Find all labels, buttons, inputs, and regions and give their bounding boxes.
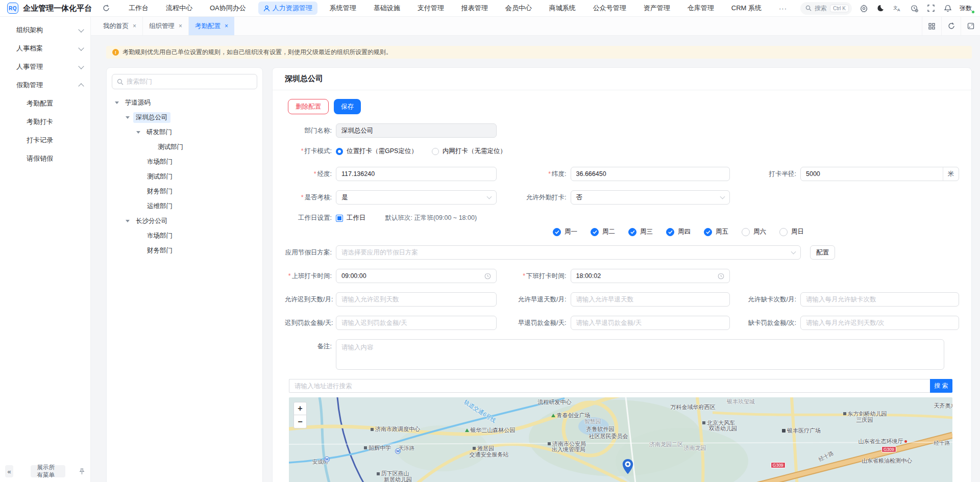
maximize-content-icon[interactable] [961,17,980,35]
global-search[interactable]: 搜索 Ctrl K [800,2,852,15]
field-punch-select[interactable]: 否 [571,190,730,205]
department-search-input[interactable] [127,78,252,85]
punch-mode-gps-radio[interactable]: 位置打卡（需GPS定位） [336,147,418,156]
tab-我的首页[interactable]: 我的首页× [97,17,143,35]
tree-node-市场部门[interactable]: 市场部门 [112,155,257,169]
map-zoom-out-button[interactable]: − [293,415,307,428]
latitude-input[interactable] [576,170,724,177]
translate-icon[interactable]: 文A [892,3,902,13]
tree-node-测试部门[interactable]: 测试部门 [112,169,257,184]
clock-globe-icon[interactable] [909,3,919,13]
nav-item-系统管理[interactable]: 系统管理 [325,2,361,15]
remark-textarea[interactable] [336,339,944,370]
late-days-input[interactable] [341,296,491,303]
nav-more-button[interactable]: ··· [774,3,792,14]
close-tab-icon[interactable]: × [179,22,182,30]
sidebar-item-假勤管理[interactable]: 假勤管理 [0,76,90,94]
holiday-plan-select[interactable]: 请选择要应用的节假日方案 [336,245,801,260]
sidebar-subitem-考勤打卡[interactable]: 考勤打卡 [0,113,90,131]
reload-page-icon[interactable] [941,17,961,35]
address-search-button[interactable]: 搜 索 [930,379,952,393]
fullscreen-icon[interactable] [926,3,936,13]
grid-view-icon[interactable] [922,17,941,35]
sidebar-subitem-考勤配置[interactable]: 考勤配置 [0,94,90,113]
nav-item-商城系统[interactable]: 商城系统 [544,2,581,15]
refresh-icon[interactable] [101,3,111,13]
nav-item-报表管理[interactable]: 报表管理 [456,2,493,15]
sidebar-item-人事管理[interactable]: 人事管理 [0,58,90,76]
settings-icon[interactable] [859,3,869,13]
close-tab-icon[interactable]: × [133,22,136,30]
nav-item-CRM 系统[interactable]: CRM 系统 [726,2,767,15]
tab-组织管理[interactable]: 组织管理× [143,17,189,35]
longitude-input[interactable] [341,170,491,177]
nav-item-label: 工作台 [129,4,149,13]
sidebar-subitem-打卡记录[interactable]: 打卡记录 [0,131,90,149]
tree-node-测试部门[interactable]: 测试部门 [112,140,257,155]
tree-node-市场部门[interactable]: 市场部门 [112,229,257,243]
tree-node-深圳总公司[interactable]: 深圳总公司 [112,110,257,125]
map-zoom-in-button[interactable]: + [293,402,307,415]
nav-item-资产管理[interactable]: 资产管理 [639,2,675,15]
miss-fine-input[interactable] [806,319,953,326]
holiday-config-button[interactable]: 配置 [810,245,835,260]
expand-arrow-icon[interactable] [126,220,130,222]
nav-item-工作台[interactable]: 工作台 [124,2,154,15]
user-avatar[interactable]: 张数 [960,4,973,13]
late-fine-input[interactable] [341,319,491,326]
poi-icon [702,421,705,424]
show-all-menus-button[interactable]: 展示所有菜单 [31,465,65,477]
sidebar-item-组织架构[interactable]: 组织架构 [0,21,90,39]
expand-arrow-icon[interactable] [136,131,140,134]
sidebar-subitem-请假销假[interactable]: 请假销假 [0,149,90,168]
expand-arrow-icon[interactable] [126,116,130,119]
tree-node-财务部门[interactable]: 财务部门 [112,184,257,199]
nav-item-流程中心[interactable]: 流程中心 [161,2,198,15]
weekday-checkbox-周五[interactable]: 周五 [704,227,728,236]
pin-icon[interactable] [79,468,85,475]
save-button[interactable]: 保存 [334,99,361,114]
punch-mode-intranet-radio[interactable]: 内网打卡（无需定位） [432,147,506,156]
tree-node-运维部门[interactable]: 运维部门 [112,199,257,214]
workday-checkbox[interactable]: 工作日 [336,214,366,222]
nav-item-人力资源管理[interactable]: 人力资源管理 [258,2,317,15]
weekday-checkbox-周三[interactable]: 周三 [628,227,653,236]
weekday-checkbox-周四[interactable]: 周四 [666,227,691,236]
punch-in-input[interactable] [341,272,481,280]
assess-select[interactable]: 是 [336,190,497,205]
collapse-sidebar-button[interactable]: « [5,465,13,477]
nav-item-公众号管理[interactable]: 公众号管理 [588,2,631,15]
app-logo[interactable]: RQ [7,3,18,14]
close-tab-icon[interactable]: × [225,22,228,30]
tree-node-财务部门[interactable]: 财务部门 [112,243,257,258]
sidebar-item-人事档案[interactable]: 人事档案 [0,39,90,58]
punch-out-input[interactable] [576,272,715,280]
punch-out-time-picker[interactable] [571,269,730,283]
radius-input[interactable] [806,170,943,177]
expand-arrow-icon[interactable] [115,102,119,104]
early-fine-input[interactable] [576,319,724,326]
nav-item-OA协同办公[interactable]: OA协同办公 [205,2,251,15]
nav-item-仓库管理[interactable]: 仓库管理 [682,2,719,15]
tree-node-研发部门[interactable]: 研发部门 [112,125,257,140]
dark-mode-icon[interactable] [875,3,886,13]
nav-item-支付管理[interactable]: 支付管理 [412,2,449,15]
miss-times-input[interactable] [806,296,953,303]
weekday-checkbox-周日[interactable]: 周日 [779,227,804,236]
map-label: 三庆园 [856,416,873,424]
notifications-bell-icon[interactable] [943,3,953,13]
department-search[interactable] [112,74,257,89]
map[interactable]: + − 流程研发中心银丰玖玺城万科金域华府西区天齐奥东东方剑桥幼儿园三庆园北京大… [289,397,952,482]
weekday-checkbox-周六[interactable]: 周六 [742,227,766,236]
delete-config-button[interactable]: 删除配置 [288,99,329,114]
tree-node-长沙分公司[interactable]: 长沙分公司 [112,214,257,229]
nav-item-基础设施[interactable]: 基础设施 [369,2,405,15]
weekday-checkbox-周二[interactable]: 周二 [591,227,615,236]
tree-node-芋道源码[interactable]: 芋道源码 [112,95,257,110]
weekday-checkbox-周一[interactable]: 周一 [553,227,577,236]
early-days-input[interactable] [576,296,724,303]
address-search-input[interactable] [289,379,930,393]
punch-in-time-picker[interactable] [336,269,497,283]
nav-item-会员中心[interactable]: 会员中心 [500,2,537,15]
tab-考勤配置[interactable]: 考勤配置× [189,17,234,35]
